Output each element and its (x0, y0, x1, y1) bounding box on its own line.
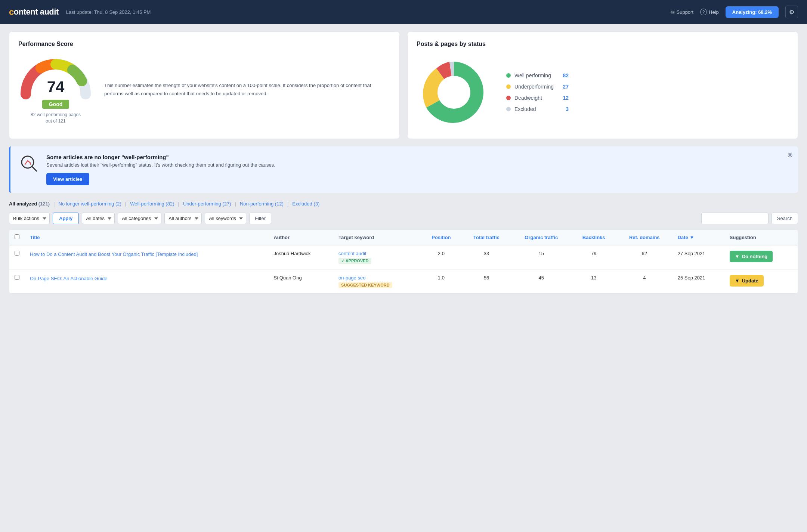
row2-suggestion-label: Update (742, 278, 758, 284)
gauge-wrapper: 74 Good 82 well performing pagesout of 1… (18, 55, 93, 124)
organic-traffic-column-header[interactable]: Organic traffic (511, 230, 571, 245)
main-content: Performance Score (0, 24, 807, 301)
header: content audit Last update: Thu, 8 Sep 20… (0, 0, 807, 24)
all-authors-select[interactable]: All authors (164, 213, 202, 224)
row1-position: 2.0 (421, 245, 461, 270)
all-categories-select[interactable]: All categories (118, 213, 161, 224)
row1-keyword-cell: content audit ✓ APPROVED (333, 245, 421, 270)
alert-close-button[interactable]: ⊗ (787, 151, 793, 159)
row2-suggested-badge: SUGGESTED KEYWORD (338, 282, 392, 288)
logo-c-letter: c (9, 7, 14, 17)
tab-under-performing[interactable]: Under-performing (27) (183, 200, 231, 207)
tab-excluded[interactable]: Excluded (3) (292, 200, 319, 207)
performance-card-title: Performance Score (18, 41, 390, 47)
help-circle-icon: ? (700, 9, 707, 15)
row2-update-button[interactable]: ▼ Update (730, 275, 764, 287)
legend-label-well: Well performing (514, 72, 554, 78)
row2-ref-domains: 4 (616, 270, 672, 294)
last-update-text: Last update: Thu, 8 Sep 2022, 1:45 PM (66, 9, 663, 15)
posts-status-card: Posts & pages by status (407, 31, 798, 139)
performance-card: Performance Score (9, 31, 400, 139)
table-row: On-Page SEO: An Actionable Guide Si Quan… (9, 270, 798, 294)
position-column-header[interactable]: Position (421, 230, 461, 245)
row2-title-link[interactable]: On-Page SEO: An Actionable Guide (30, 276, 107, 281)
row1-author: Joshua Hardwick (268, 245, 333, 270)
row2-author: Si Quan Ong (268, 270, 333, 294)
tab-non-performing[interactable]: Non-performing (12) (240, 200, 284, 207)
donut-svg (417, 55, 491, 130)
row2-total-traffic: 56 (461, 270, 511, 294)
row1-do-nothing-button[interactable]: ▼ Do nothing (730, 251, 773, 262)
chevron-down-icon: ▼ (735, 254, 740, 259)
legend-count-dead: 12 (557, 95, 569, 101)
donut-content: Well performing 82 Underperforming 27 De… (417, 55, 789, 130)
row1-ref-domains: 62 (616, 245, 672, 270)
analyzing-button[interactable]: Analyzing: 68.2% (726, 6, 779, 18)
legend-label-dead: Deadweight (514, 95, 554, 101)
row1-organic-traffic: 15 (511, 245, 571, 270)
all-dates-select[interactable]: All dates (82, 213, 115, 224)
row2-checkbox-cell (9, 270, 25, 294)
search-button[interactable]: Search (772, 213, 798, 224)
support-link[interactable]: ✉ Support (671, 9, 694, 15)
row2-title-cell: On-Page SEO: An Actionable Guide (25, 270, 268, 294)
date-column-header[interactable]: Date ▼ (672, 230, 724, 245)
envelope-icon: ✉ (671, 9, 675, 15)
legend-label-under: Underperforming (514, 84, 554, 90)
row2-checkbox[interactable] (15, 275, 19, 280)
help-link[interactable]: ? Help (700, 9, 719, 15)
settings-button[interactable]: ⚙ (785, 6, 798, 18)
legend-dot-excl (506, 107, 511, 111)
gauge-label: Good (42, 100, 69, 109)
alert-icon-svg (19, 154, 39, 173)
posts-status-title: Posts & pages by status (417, 41, 789, 47)
ref-domains-column-header[interactable]: Ref. domains (616, 230, 672, 245)
apply-button[interactable]: Apply (53, 213, 79, 224)
help-label: Help (709, 9, 719, 15)
cards-row: Performance Score (9, 31, 798, 139)
keyword-column-header: Target keyword (333, 230, 421, 245)
tabs-row: All analyzed (121) | No longer well-perf… (9, 200, 798, 207)
table-row: How to Do a Content Audit and Boost Your… (9, 245, 798, 270)
total-traffic-column-header[interactable]: Total traffic (461, 230, 511, 245)
search-input[interactable] (701, 213, 769, 224)
gauge-sub: 82 well performing pagesout of 121 (31, 112, 81, 124)
tab-all-analyzed[interactable]: All analyzed (121) (9, 200, 50, 207)
tab-well-performing[interactable]: Well-performing (82) (130, 200, 174, 207)
support-label: Support (677, 9, 694, 15)
select-all-header (9, 230, 25, 245)
bulk-actions-select[interactable]: Bulk actions (9, 213, 50, 224)
row1-keyword-link[interactable]: content audit (338, 251, 366, 256)
row1-checkbox[interactable] (15, 251, 19, 256)
svg-line-4 (32, 166, 37, 171)
performance-content: 74 Good 82 well performing pagesout of 1… (18, 55, 390, 124)
row2-keyword-cell: on-page seo SUGGESTED KEYWORD (333, 270, 421, 294)
suggestion-column-header: Suggestion (724, 230, 798, 245)
row1-title-link[interactable]: How to Do a Content Audit and Boost Your… (30, 251, 198, 257)
filter-button[interactable]: Filter (249, 213, 271, 224)
row1-suggestion-cell: ▼ Do nothing (724, 245, 798, 270)
legend-item-well-performing: Well performing 82 (506, 72, 569, 78)
trend-down-icon (19, 154, 39, 176)
articles-table: Title Author Target keyword Position Tot… (9, 229, 798, 294)
legend-item-deadweight: Deadweight 12 (506, 95, 569, 101)
all-keywords-select[interactable]: All keywords (205, 213, 246, 224)
row2-date: 25 Sep 2021 (672, 270, 724, 294)
legend-dot-well (506, 73, 511, 78)
table-header-row: Title Author Target keyword Position Tot… (9, 230, 798, 245)
row1-date: 27 Sep 2021 (672, 245, 724, 270)
alert-description: Several articles lost their "well-perfor… (46, 162, 789, 168)
backlinks-column-header[interactable]: Backlinks (571, 230, 616, 245)
select-all-checkbox[interactable] (15, 234, 19, 239)
header-actions: ✉ Support ? Help Analyzing: 68.2% ⚙ (671, 6, 798, 18)
row2-backlinks: 13 (571, 270, 616, 294)
filters-row: Bulk actions Apply All dates All categor… (9, 213, 798, 224)
legend-count-well: 82 (557, 72, 569, 78)
tab-no-longer-well-performing[interactable]: No longer well-performing (2) (59, 200, 121, 207)
title-column-header[interactable]: Title (25, 230, 268, 245)
legend-item-underperforming: Underperforming 27 (506, 84, 569, 90)
view-articles-button[interactable]: View articles (46, 173, 89, 185)
alert-banner: Some articles are no longer "well-perfor… (9, 146, 798, 193)
logo: content audit (9, 7, 59, 17)
row2-keyword-link[interactable]: on-page seo (338, 275, 365, 281)
